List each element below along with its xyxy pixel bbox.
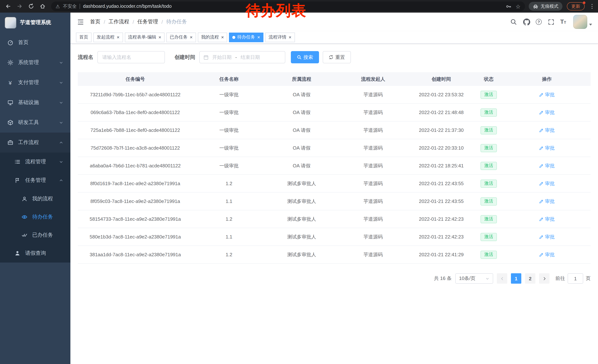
- reset-button[interactable]: 重置: [323, 51, 351, 63]
- tab-form-edit[interactable]: 流程表单-编辑 ×: [125, 32, 165, 42]
- browser-update-button[interactable]: 更新: [567, 2, 585, 10]
- tab-home[interactable]: 首页: [76, 32, 91, 42]
- tab-done-tasks[interactable]: 已办任务 ×: [166, 32, 196, 42]
- process-name-input[interactable]: [98, 51, 165, 63]
- navbar-actions: ? TT: [510, 15, 592, 29]
- sidebar-item-payment[interactable]: ¥ 支付管理: [0, 73, 70, 93]
- page-size-select[interactable]: 10条/页: [455, 273, 493, 284]
- sidebar-item-task-management[interactable]: 任务管理: [0, 171, 70, 190]
- end-date-placeholder: 结束日期: [241, 54, 260, 61]
- chevron-up-icon: [59, 178, 63, 183]
- tab-process-detail[interactable]: 流程详情 ×: [265, 32, 295, 42]
- person-icon: [14, 250, 20, 256]
- sidebar-item-todo-tasks[interactable]: 待办任务: [0, 208, 70, 226]
- font-size-icon[interactable]: TT: [560, 18, 566, 25]
- approve-button[interactable]: 审批: [539, 91, 555, 98]
- sidebar-item-label: 请假查询: [25, 250, 46, 257]
- task-starter: 芋道源码: [338, 246, 408, 263]
- sidebar-item-infrastructure[interactable]: 基础设施: [0, 93, 70, 113]
- browser-home-icon[interactable]: [37, 1, 47, 11]
- tab-my-process[interactable]: 我的流程 ×: [198, 32, 227, 42]
- sidebar-collapse-icon[interactable]: [76, 18, 84, 26]
- date-range-picker[interactable]: 开始日期 - 结束日期: [199, 51, 285, 63]
- breadcrumb-home[interactable]: 首页: [90, 18, 100, 25]
- sidebar-item-workflow[interactable]: 工作流程: [0, 133, 70, 153]
- task-id: 58154733-7ac8-11ec-a9e2-a2380e71991a: [78, 210, 193, 228]
- task-process: 测试多审批人: [265, 193, 338, 210]
- start-date-placeholder: 开始日期: [212, 54, 232, 61]
- approve-button[interactable]: 审批: [539, 109, 555, 116]
- screen: ⚠ 不安全 dashboard.yudao.iocoder.cn/bpm/tas…: [0, 0, 598, 364]
- approve-label: 审批: [545, 162, 555, 169]
- goto-label: 前往: [555, 275, 565, 282]
- breadcrumb: 首页 / 工作流程 / 任务管理 / 待办任务: [90, 18, 187, 25]
- tab-label: 待办任务: [237, 34, 255, 40]
- double-check-icon: [21, 232, 27, 238]
- close-icon[interactable]: ×: [117, 35, 119, 40]
- approve-button[interactable]: 审批: [539, 216, 555, 222]
- browser-forward-icon[interactable]: [15, 1, 25, 11]
- sidebar-item-devtools[interactable]: 研发工具: [0, 113, 70, 133]
- user-menu[interactable]: [573, 15, 592, 29]
- status-badge: 激活: [481, 179, 497, 187]
- close-icon[interactable]: ×: [289, 35, 291, 40]
- approve-button[interactable]: 审批: [539, 162, 555, 169]
- approve-button[interactable]: 审批: [539, 198, 555, 205]
- sidebar-item-system[interactable]: 系统管理: [0, 53, 70, 73]
- close-icon[interactable]: ×: [158, 35, 161, 40]
- table-row: 725a1eb6-7b88-11ec-8ef0-acde48001122 一级审…: [78, 121, 590, 139]
- bookmark-star-icon[interactable]: ☆: [515, 4, 521, 9]
- approve-button[interactable]: 审批: [539, 234, 555, 240]
- page-button-1[interactable]: 1: [511, 273, 521, 284]
- app-title: 芋道管理系统: [20, 19, 51, 26]
- yen-icon: ¥: [7, 80, 13, 86]
- browser-back-icon[interactable]: [3, 1, 13, 11]
- task-name: 1.2: [193, 210, 265, 228]
- breadcrumb-task-management[interactable]: 任务管理: [137, 18, 158, 25]
- gear-icon: [7, 59, 13, 66]
- approve-button[interactable]: 审批: [539, 251, 555, 258]
- tab-todo-tasks[interactable]: 待办任务 ×: [229, 32, 263, 42]
- task-process: OA 请假: [265, 139, 338, 157]
- approve-button[interactable]: 审批: [539, 127, 555, 133]
- sidebar-item-leave-query[interactable]: 请假查询: [0, 244, 70, 263]
- active-dot: [233, 36, 235, 39]
- sidebar-item-process-management[interactable]: 流程管理: [0, 153, 70, 171]
- next-page-button[interactable]: [539, 273, 549, 284]
- list-icon: [14, 159, 20, 165]
- task-process: 测试多审批人: [265, 175, 338, 192]
- sidebar-item-my-process[interactable]: 我的流程: [0, 190, 70, 208]
- approve-label: 审批: [545, 251, 555, 258]
- close-icon[interactable]: ×: [221, 35, 224, 40]
- tab-start-process[interactable]: 发起流程 ×: [93, 32, 123, 42]
- password-key-icon[interactable]: [506, 4, 511, 9]
- chevron-down-icon: [59, 100, 63, 105]
- search-icon[interactable]: [510, 18, 517, 25]
- close-icon[interactable]: ×: [257, 35, 260, 40]
- sidebar-item-done-tasks[interactable]: 已办任务: [0, 226, 70, 244]
- status-badge: 激活: [481, 144, 497, 152]
- close-icon[interactable]: ×: [190, 35, 192, 40]
- prev-page-button[interactable]: [497, 273, 507, 284]
- approve-button[interactable]: 审批: [539, 180, 555, 187]
- search-button[interactable]: 搜索: [291, 51, 319, 63]
- goto-page-input[interactable]: [568, 273, 583, 284]
- browser-menu-icon[interactable]: ⋮: [589, 3, 595, 10]
- fullscreen-icon[interactable]: [547, 18, 555, 25]
- col-task-id: 任务编号: [78, 72, 193, 86]
- todo-task-table: 任务编号 任务名称 所属流程 流程发起人 创建时间 状态 操作 73211d9d…: [78, 72, 590, 264]
- breadcrumb-current: 待办任务: [166, 18, 187, 25]
- avatar[interactable]: [573, 15, 587, 29]
- process-name-label: 流程名: [78, 54, 93, 61]
- github-icon[interactable]: [523, 18, 530, 25]
- reset-label: 重置: [335, 54, 345, 61]
- page-button-2[interactable]: 2: [525, 273, 535, 284]
- browser-reload-icon[interactable]: [26, 1, 36, 11]
- breadcrumb-workflow[interactable]: 工作流程: [108, 18, 129, 25]
- approve-button[interactable]: 审批: [539, 145, 555, 151]
- task-id: 069c6a63-7b8a-11ec-8ef0-acde48001122: [78, 104, 193, 121]
- logo-image: [5, 17, 16, 28]
- help-icon[interactable]: ?: [536, 19, 542, 25]
- sidebar-item-home[interactable]: 首页: [0, 32, 70, 53]
- annotation-title: 待办列表: [246, 0, 307, 21]
